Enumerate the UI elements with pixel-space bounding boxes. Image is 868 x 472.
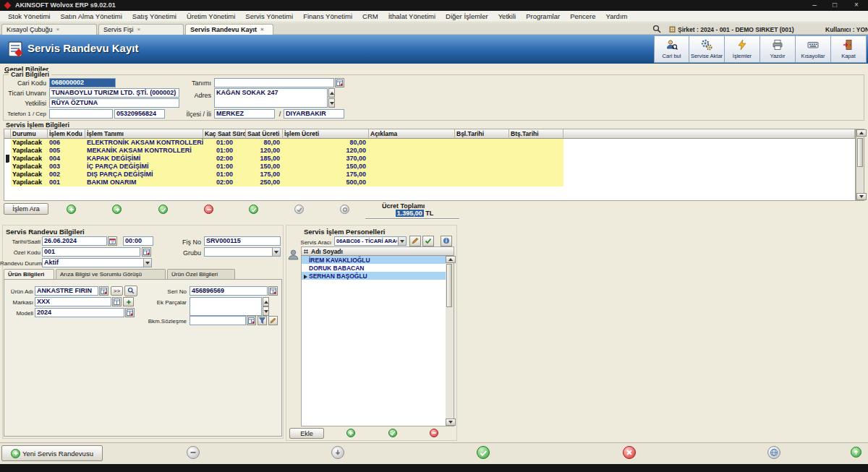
row-insert-button[interactable] xyxy=(67,205,76,214)
servise-aktar-button[interactable]: Servise Aktar xyxy=(689,35,725,63)
close-button[interactable]: × xyxy=(848,0,865,11)
table-row[interactable]: Yapılacak 006 ELEKTRONİK AKSAM KONTROLLE… xyxy=(4,139,855,147)
menu-finans-yonetimi[interactable]: Finans Yönetimi xyxy=(298,12,357,20)
bottom-minus-button[interactable] xyxy=(187,446,200,459)
ilcesi-field[interactable]: MERKEZ xyxy=(214,109,275,119)
seri-no-lookup-button[interactable] xyxy=(268,286,278,296)
row-copy-button[interactable] xyxy=(112,205,122,214)
tanimi-lookup-button[interactable] xyxy=(335,78,344,87)
menu-uretim-yonetimi[interactable]: Üretim Yönetimi xyxy=(182,12,240,20)
table-row-current[interactable]: Yapılacak 004 KAPAK DEĞİŞİMİ 02:00 185,0… xyxy=(4,155,855,163)
modeli-field[interactable]: 2024 xyxy=(35,308,124,317)
tab-kisayol-cubugu[interactable]: Kısayol Çubuğu × xyxy=(1,24,97,35)
tab-servis-fisi[interactable]: Servis Fişi × xyxy=(98,24,184,35)
markasi-field[interactable]: XXX xyxy=(35,297,111,306)
bkm-sozlesme-field[interactable] xyxy=(190,316,246,325)
ili-field[interactable]: DIYARBAKIR xyxy=(284,109,344,119)
personel-scrollbar[interactable] xyxy=(446,256,454,426)
search-icon[interactable] xyxy=(652,25,661,35)
menu-ithalat-yonetimi[interactable]: İthalat Yönetimi xyxy=(383,12,441,20)
row-cancel-button[interactable] xyxy=(294,205,304,214)
ozel-kodu-field[interactable]: 001 xyxy=(42,247,140,257)
scroll-up-button[interactable] xyxy=(856,129,867,137)
bottom-confirm-button[interactable] xyxy=(477,446,490,459)
menu-satin-alma-yonetimi[interactable]: Satın Alma Yönetimi xyxy=(55,12,127,20)
col-kac-saat[interactable]: Kaç Saat Sürdü xyxy=(203,129,246,139)
table-row[interactable]: Yapılacak 002 DIŞ PARÇA DEĞİŞİMİ 01:00 1… xyxy=(4,171,855,179)
telefon1-field[interactable] xyxy=(49,109,113,119)
ekle-button[interactable]: Ekle xyxy=(289,428,324,439)
tab-servis-randevu-kayit[interactable]: Servis Randevu Kayıt × xyxy=(185,24,273,35)
bkm-lookup-button[interactable] xyxy=(247,316,256,325)
minimize-button[interactable]: – xyxy=(806,0,823,11)
company-info[interactable]: Şirket : 2024 - 001 - DEMO SIRKET (001) xyxy=(678,26,794,33)
islem-ara-button[interactable]: İşlem Ara xyxy=(4,203,48,215)
bottom-cancel-button[interactable] xyxy=(623,446,636,459)
table-row[interactable]: Yapılacak 005 MEKANİK AKSAM KONTROLLERİ … xyxy=(4,147,855,155)
personel-row-current[interactable]: SERHAN BAŞOĞLU xyxy=(302,272,454,280)
islemler-button[interactable]: İşlemler xyxy=(725,35,760,63)
menu-diger-islemler[interactable]: Diğer İşlemler xyxy=(441,12,493,20)
personel-row[interactable]: İREM KAVAKLIOĞLU xyxy=(302,256,454,264)
scroll-up-button[interactable] xyxy=(446,256,456,263)
maximize-button[interactable]: □ xyxy=(826,0,843,11)
grubu-select[interactable] xyxy=(204,247,281,257)
fis-no-field[interactable]: SRV000115 xyxy=(204,236,281,246)
personel-delete-button[interactable] xyxy=(430,429,438,437)
menu-satis-yonetimi[interactable]: Satış Yönetimi xyxy=(127,12,182,20)
saati-field[interactable]: 00:00 xyxy=(123,236,153,246)
tanimi-field[interactable] xyxy=(214,78,334,87)
urun-adi-lookup-button[interactable] xyxy=(99,286,109,296)
personel-grid-header[interactable]: Adı Soyadı xyxy=(302,247,454,256)
scroll-thumb[interactable] xyxy=(857,138,863,167)
row-refresh-button[interactable] xyxy=(340,205,349,214)
menu-pencere[interactable]: Pencere xyxy=(565,12,600,20)
table-row[interactable]: Yapılacak 003 İÇ PARÇA DEĞİŞİMİ 01:00 15… xyxy=(4,163,855,171)
tarihi-calendar-button[interactable] xyxy=(108,236,117,246)
ek-parcalar-up-button[interactable] xyxy=(263,297,269,306)
bkm-edit-button[interactable] xyxy=(268,316,278,325)
adres-scroll-up-button[interactable] xyxy=(328,88,335,98)
ticari-unvani-field[interactable]: TUNABOYLU TURIZM LTD. ŞTİ. (000002) xyxy=(49,88,179,98)
col-islem-tanimi[interactable]: İşlem Tanımı xyxy=(85,129,203,139)
menu-yetkili[interactable]: Yetkili xyxy=(493,12,521,20)
row-delete-button[interactable] xyxy=(204,205,213,214)
scroll-down-button[interactable] xyxy=(446,419,456,426)
personel-row[interactable]: DORUK BABACAN xyxy=(302,264,454,272)
yeni-servis-randevusu-button[interactable]: Yeni Servis Randevusu xyxy=(1,445,103,461)
urun-adi-more-button[interactable]: >> xyxy=(111,286,123,296)
tab-urun-ozel-bilgileri[interactable]: Ürün Özel Bilgileri xyxy=(167,269,235,279)
seri-no-field[interactable]: 456896569 xyxy=(190,286,268,296)
scroll-thumb[interactable] xyxy=(446,264,452,307)
row-edit-button[interactable] xyxy=(158,205,168,214)
tab-ariza-bilgisi[interactable]: Arıza Bilgisi ve Sorumlu Görüşü xyxy=(56,269,166,279)
cep-field[interactable]: 05320956824 xyxy=(114,109,165,119)
user-info[interactable]: Kullanıcı : YONET... xyxy=(825,26,868,33)
arac-confirm-button[interactable] xyxy=(422,236,434,246)
col-durumu[interactable]: Durumu xyxy=(11,129,48,139)
adres-field[interactable]: KAĞAN SOKAK 247 xyxy=(214,88,328,108)
cari-bul-button[interactable]: Cari bul xyxy=(654,35,689,63)
combo-arrow[interactable] xyxy=(272,248,280,256)
tarihi-field[interactable]: 26.06.2024 xyxy=(42,236,107,246)
table-row[interactable]: Yapılacak 001 BAKIM ONARIM 02:00 250,00 … xyxy=(4,179,855,186)
bkm-filter-button[interactable] xyxy=(258,316,267,325)
personel-add-button[interactable] xyxy=(346,429,355,437)
bottom-globe-button[interactable] xyxy=(767,446,780,459)
kisayollar-button[interactable]: Kısayollar xyxy=(796,35,831,63)
kapat-button[interactable]: Kapat xyxy=(831,35,867,63)
combo-arrow[interactable] xyxy=(143,259,151,267)
personel-confirm-button[interactable] xyxy=(388,429,397,437)
col-aciklama[interactable]: Açıklama xyxy=(369,129,455,139)
adres-scroll-down-button[interactable] xyxy=(328,98,335,108)
urun-adi-search-button[interactable] xyxy=(124,286,137,296)
col-bsl-tarihi[interactable]: Bşl.Tarihi xyxy=(455,129,509,139)
row-post-button[interactable] xyxy=(249,205,258,214)
ozel-kodu-lookup-button[interactable] xyxy=(142,247,151,257)
tab-close-icon[interactable]: × xyxy=(56,27,60,33)
col-saat-ucreti[interactable]: Saat Ücreti xyxy=(246,129,283,139)
yetkilisi-field[interactable]: RÜYA ÖZTUNA xyxy=(49,98,179,108)
markasi-lookup-button[interactable] xyxy=(112,297,122,306)
arac-edit-button[interactable] xyxy=(409,236,421,246)
arac-info-button[interactable] xyxy=(441,236,452,246)
